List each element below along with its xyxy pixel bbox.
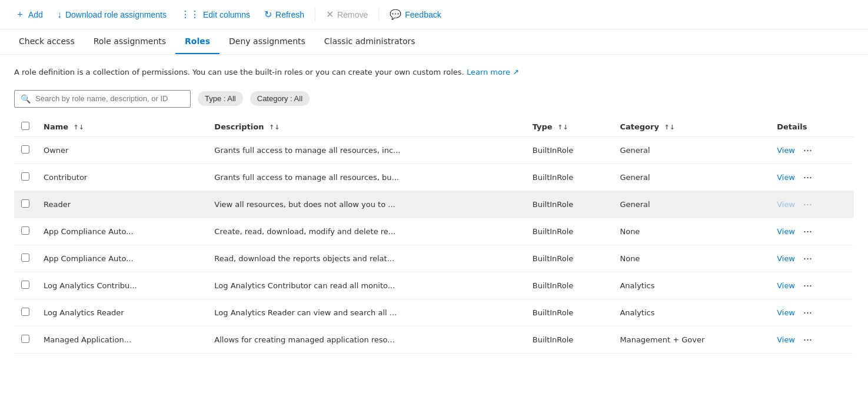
refresh-label: Refresh (275, 10, 304, 19)
row-checkbox-cell (14, 245, 36, 272)
type-filter-chip[interactable]: Type : All (198, 91, 243, 106)
header-type: Type ↑↓ (526, 117, 613, 137)
view-link[interactable]: View (777, 173, 795, 182)
download-button[interactable]: ↓ Download role assignments (51, 6, 172, 24)
row-checkbox[interactable] (21, 199, 29, 208)
row-description: Log Analytics Contributor can read all m… (207, 272, 525, 299)
category-filter-label: Category : All (257, 94, 302, 103)
row-type: BuiltInRole (526, 245, 613, 272)
row-checkbox[interactable] (21, 335, 29, 343)
more-options-button[interactable]: ··· (800, 143, 816, 158)
row-details: View··· (770, 272, 854, 299)
header-details: Details (770, 117, 854, 137)
row-checkbox[interactable] (21, 172, 29, 181)
row-checkbox[interactable] (21, 254, 29, 262)
row-type: BuiltInRole (526, 272, 613, 299)
row-details: View··· (770, 218, 854, 245)
name-sort-icon[interactable]: ↑↓ (74, 124, 84, 131)
more-options-button[interactable]: ··· (800, 197, 816, 212)
row-description: Allows for creating managed application … (207, 326, 525, 353)
table-row: Log Analytics Contribu...Log Analytics C… (14, 272, 854, 299)
description-sort-icon[interactable]: ↑↓ (269, 124, 280, 131)
view-link[interactable]: View (777, 254, 795, 263)
tab-role-assignments[interactable]: Role assignments (84, 29, 175, 54)
row-checkbox-cell (14, 272, 36, 299)
row-name: App Compliance Auto... (36, 218, 207, 245)
select-all-checkbox[interactable] (21, 122, 29, 130)
description-text: A role definition is a collection of per… (14, 66, 854, 78)
refresh-button[interactable]: ↻ Refresh (258, 5, 310, 24)
remove-icon: ✕ (326, 9, 334, 20)
view-link[interactable]: View (777, 200, 795, 209)
more-options-button[interactable]: ··· (800, 332, 816, 347)
row-checkbox-cell (14, 218, 36, 245)
tabs: Check access Role assignments Roles Deny… (0, 29, 868, 55)
learn-more-link[interactable]: Learn more ↗ (467, 68, 519, 76)
roles-table-container: Name ↑↓ Description ↑↓ Type ↑↓ Category … (14, 117, 854, 354)
more-options-button[interactable]: ··· (800, 305, 816, 320)
row-description: Create, read, download, modify and delet… (207, 218, 525, 245)
row-details: View··· (770, 299, 854, 326)
remove-label: Remove (337, 10, 368, 19)
row-description: Read, download the reports objects and r… (207, 245, 525, 272)
row-checkbox-cell (14, 136, 36, 164)
view-link[interactable]: View (777, 146, 795, 155)
tab-roles[interactable]: Roles (175, 29, 220, 54)
row-details: View··· (770, 191, 854, 218)
row-category: Management + Gover (613, 326, 770, 353)
separator-1 (315, 8, 315, 22)
view-link[interactable]: View (777, 227, 795, 236)
edit-columns-button[interactable]: ⋮⋮ Edit columns (175, 5, 256, 24)
tab-classic-administrators[interactable]: Classic administrators (315, 29, 425, 54)
category-filter-chip[interactable]: Category : All (250, 91, 310, 106)
table-row: App Compliance Auto...Read, download the… (14, 245, 854, 272)
row-description: Grants full access to manage all resourc… (207, 136, 525, 164)
more-options-button[interactable]: ··· (800, 170, 816, 185)
row-checkbox[interactable] (21, 226, 29, 235)
type-sort-icon[interactable]: ↑↓ (557, 124, 568, 131)
row-checkbox[interactable] (21, 281, 29, 289)
search-icon: 🔍 (21, 94, 31, 104)
search-box: 🔍 (14, 90, 191, 108)
category-sort-icon[interactable]: ↑↓ (664, 124, 674, 131)
feedback-button[interactable]: 💬 Feedback (384, 5, 447, 24)
tab-check-access[interactable]: Check access (9, 29, 84, 54)
more-options-button[interactable]: ··· (800, 224, 816, 239)
tab-deny-assignments[interactable]: Deny assignments (220, 29, 315, 54)
view-link[interactable]: View (777, 281, 795, 290)
add-button[interactable]: ＋ Add (9, 5, 49, 24)
filters-row: 🔍 Type : All Category : All (14, 90, 854, 108)
row-checkbox-cell (14, 191, 36, 218)
remove-button[interactable]: ✕ Remove (320, 5, 374, 24)
row-category: None (613, 218, 770, 245)
table-row: Log Analytics ReaderLog Analytics Reader… (14, 299, 854, 326)
roles-table: Name ↑↓ Description ↑↓ Type ↑↓ Category … (14, 117, 854, 354)
table-row: OwnerGrants full access to manage all re… (14, 136, 854, 164)
table-header-row: Name ↑↓ Description ↑↓ Type ↑↓ Category … (14, 117, 854, 137)
row-checkbox-cell (14, 326, 36, 353)
more-options-button[interactable]: ··· (800, 251, 816, 266)
view-link[interactable]: View (777, 308, 795, 317)
row-category: General (613, 191, 770, 218)
row-type: BuiltInRole (526, 299, 613, 326)
row-checkbox[interactable] (21, 145, 29, 154)
add-label: Add (28, 10, 43, 19)
download-icon: ↓ (57, 9, 62, 20)
row-category: General (613, 164, 770, 191)
row-type: BuiltInRole (526, 191, 613, 218)
row-type: BuiltInRole (526, 164, 613, 191)
add-icon: ＋ (15, 8, 25, 21)
header-name: Name ↑↓ (36, 117, 207, 137)
header-description: Description ↑↓ (207, 117, 525, 137)
toolbar: ＋ Add ↓ Download role assignments ⋮⋮ Edi… (0, 0, 868, 29)
search-input[interactable] (35, 94, 184, 103)
more-options-button[interactable]: ··· (800, 278, 816, 293)
table-row: App Compliance Auto...Create, read, down… (14, 218, 854, 245)
row-category: Analytics (613, 299, 770, 326)
row-details: View··· (770, 245, 854, 272)
row-name: Log Analytics Contribu... (36, 272, 207, 299)
row-checkbox[interactable] (21, 308, 29, 316)
view-link[interactable]: View (777, 335, 795, 344)
download-label: Download role assignments (65, 10, 167, 19)
row-name: Contributor (36, 164, 207, 191)
